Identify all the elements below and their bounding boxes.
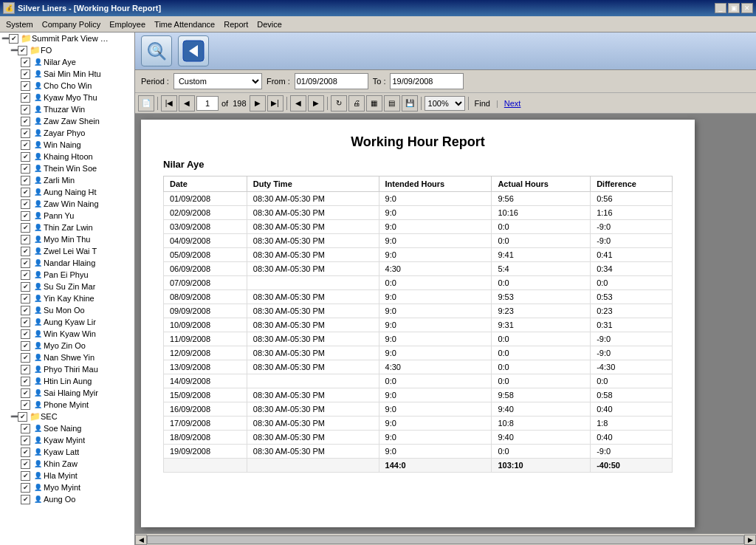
back-button[interactable]: ◀ (290, 95, 306, 112)
first-page-button[interactable]: |◀ (161, 95, 177, 112)
list-item[interactable]: ✔👤Aung Kyaw Lir (0, 316, 134, 328)
emp-cb[interactable]: ✔ (21, 471, 30, 481)
list-item[interactable]: ✔👤Cho Cho Win (0, 80, 134, 92)
list-item[interactable]: ✔👤Sai Hlaing Myir (0, 387, 134, 399)
list-item[interactable]: ✔👤Myo Min Thu (0, 233, 134, 245)
period-select[interactable]: Custom This Month Last Month This Year (173, 73, 262, 89)
emp-cb[interactable]: ✔ (21, 459, 30, 469)
list-item[interactable]: ✔👤Nandar Hlaing (0, 257, 134, 269)
emp-cb[interactable]: ✔ (21, 282, 30, 292)
emp-cb[interactable]: ✔ (21, 69, 30, 79)
sec-checkbox[interactable]: ✔ (18, 412, 27, 422)
list-item[interactable]: ✔👤Zwel Lei Wai T (0, 245, 134, 257)
sec-expand[interactable]: ➖ (10, 413, 18, 420)
next-page-button[interactable]: ▶ (250, 95, 266, 112)
list-item[interactable]: ✔👤Thin Zar Lwin (0, 222, 134, 233)
emp-cb[interactable]: ✔ (21, 483, 30, 493)
zoom-select[interactable]: 100% 75% 150% (425, 96, 465, 111)
list-item[interactable]: ✔👤Myo Myint (0, 481, 134, 493)
page-number-input[interactable] (196, 96, 219, 111)
emp-cb[interactable]: ✔ (21, 436, 30, 445)
emp-cb[interactable]: ✔ (21, 353, 30, 363)
emp-cb[interactable]: ✔ (21, 495, 30, 504)
to-date-input[interactable] (390, 73, 464, 89)
emp-cb[interactable]: ✔ (21, 388, 30, 398)
close-button[interactable]: ✕ (741, 3, 753, 13)
list-item[interactable]: ✔👤Thein Win Soe (0, 162, 134, 174)
emp-cb[interactable]: ✔ (21, 235, 30, 244)
emp-cb[interactable]: ✔ (21, 318, 30, 327)
emp-cb[interactable]: ✔ (21, 377, 30, 386)
list-item[interactable]: ✔👤Zarli Min (0, 174, 134, 186)
menu-employee[interactable]: Employee (105, 18, 150, 30)
list-item[interactable]: ✔👤Khaing Htoon (0, 151, 134, 162)
h-scroll-left[interactable]: ◀ (135, 535, 147, 545)
fo-expand[interactable]: ➖ (10, 47, 18, 54)
list-item[interactable]: ✔👤Thuzar Win (0, 103, 134, 115)
minimize-button[interactable]: _ (715, 3, 726, 13)
list-item[interactable]: ✔👤Hla Myint (0, 470, 134, 481)
next-label[interactable]: Next (501, 99, 524, 108)
list-item[interactable]: ✔👤Zaw Win Naing (0, 198, 134, 210)
emp-cb[interactable]: ✔ (21, 258, 30, 268)
emp-cb[interactable]: ✔ (21, 188, 30, 197)
menu-system[interactable]: System (1, 18, 38, 30)
back-toolbar-button[interactable] (178, 35, 209, 66)
emp-cb[interactable]: ✔ (21, 341, 30, 351)
emp-cb[interactable]: ✔ (21, 164, 30, 174)
report-content-wrapper[interactable]: Working Hour Report Nilar Aye Date Duty … (135, 114, 756, 533)
list-item[interactable]: ✔👤Su Mon Oo (0, 304, 134, 316)
list-item[interactable]: ✔👤Pann Yu (0, 210, 134, 222)
emp-cb[interactable]: ✔ (21, 294, 30, 304)
list-item[interactable]: ✔👤Kyaw Myint (0, 434, 134, 446)
emp-cb[interactable]: ✔ (21, 306, 30, 315)
tree-group-fo[interactable]: ➖ ✔ 📁 FO (0, 44, 134, 56)
emp-cb[interactable]: ✔ (21, 247, 30, 256)
prev-page-button[interactable]: ◀ (179, 95, 195, 112)
list-item[interactable]: ✔👤Nilar Aye (0, 56, 134, 68)
list-item[interactable]: ✔👤Aung Naing Ht (0, 186, 134, 198)
menu-report[interactable]: Report (219, 18, 252, 30)
search-toolbar-button[interactable]: 🔍 (141, 35, 172, 66)
list-item[interactable]: ✔👤Win Naing (0, 139, 134, 151)
tree-root[interactable]: ➖ ✔ 📁 Summit Park View Hote (0, 32, 134, 44)
emp-cb[interactable]: ✔ (21, 365, 30, 374)
emp-cb[interactable]: ✔ (21, 93, 30, 103)
layout2-button[interactable]: ▤ (384, 95, 400, 112)
restore-button[interactable]: ▣ (728, 3, 740, 13)
list-item[interactable]: ✔👤Kyaw Myo Thu (0, 92, 134, 103)
list-item[interactable]: ✔👤Nan Shwe Yin (0, 352, 134, 363)
emp-cb[interactable]: ✔ (21, 176, 30, 185)
emp-cb[interactable]: ✔ (21, 81, 30, 91)
list-item[interactable]: ✔👤Win Kyaw Win (0, 328, 134, 340)
emp-cb[interactable]: ✔ (21, 105, 30, 114)
list-item[interactable]: ✔👤Htin Lin Aung (0, 375, 134, 387)
menu-device[interactable]: Device (252, 18, 286, 30)
emp-cb[interactable]: ✔ (21, 400, 30, 410)
emp-cb[interactable]: ✔ (21, 223, 30, 233)
layout-button[interactable]: ▦ (366, 95, 382, 112)
list-item[interactable]: ✔👤Yin Kay Khine (0, 292, 134, 304)
emp-cb[interactable]: ✔ (21, 152, 30, 162)
list-item[interactable]: ✔👤Kyaw Latt (0, 446, 134, 458)
emp-cb[interactable]: ✔ (21, 58, 30, 67)
list-item[interactable]: ✔👤Myo Zin Oo (0, 340, 134, 352)
root-checkbox[interactable]: ✔ (9, 34, 18, 44)
from-date-input[interactable] (295, 73, 368, 89)
list-item[interactable]: ✔👤Phone Myint (0, 399, 134, 411)
emp-cb[interactable]: ✔ (21, 140, 30, 150)
emp-cb[interactable]: ✔ (21, 128, 30, 138)
emp-cb[interactable]: ✔ (21, 424, 30, 433)
emp-cb[interactable]: ✔ (21, 117, 30, 126)
window-controls[interactable]: _ ▣ ✕ (715, 3, 753, 13)
last-page-button[interactable]: ▶| (267, 95, 284, 112)
refresh-button[interactable]: ↻ (331, 95, 347, 112)
menu-company-policy[interactable]: Company Policy (38, 18, 105, 30)
list-item[interactable]: ✔👤Phyo Thiri Mau (0, 363, 134, 375)
save-button[interactable]: 💾 (402, 95, 418, 112)
emp-cb[interactable]: ✔ (21, 329, 30, 339)
list-item[interactable]: ✔👤Su Su Zin Mar (0, 281, 134, 292)
list-item[interactable]: ✔👤Sai Min Min Htu (0, 68, 134, 80)
forward-button[interactable]: ▶ (308, 95, 324, 112)
list-item[interactable]: ✔👤Zaw Zaw Shein (0, 115, 134, 127)
